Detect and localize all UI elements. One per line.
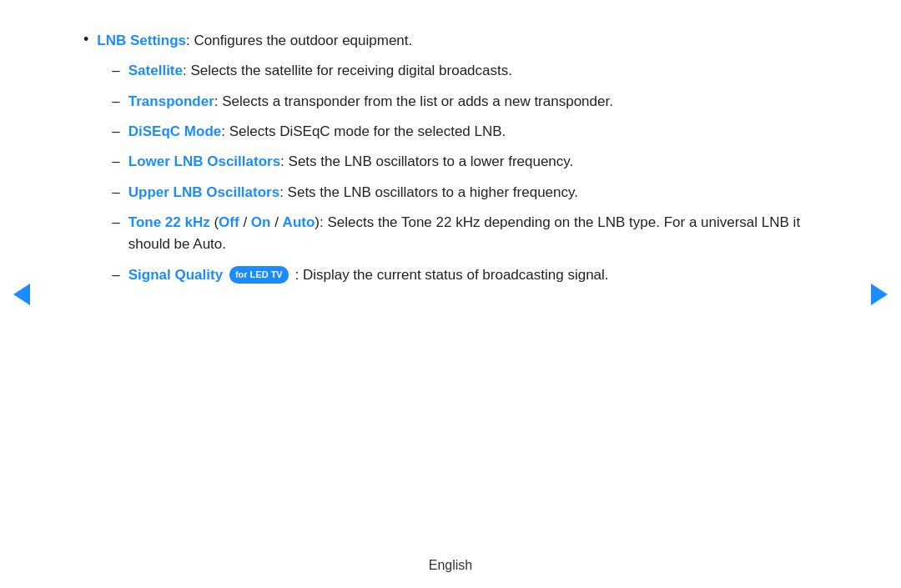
lower-lnb-term: Lower LNB Oscillators bbox=[128, 153, 280, 169]
satellite-text: Satellite: Selects the satellite for rec… bbox=[128, 60, 512, 82]
content-area: • LNB Settings: Configures the outdoor e… bbox=[0, 0, 901, 546]
main-bullet-text: LNB Settings: Configures the outdoor equ… bbox=[97, 30, 818, 294]
lower-lnb-text: Lower LNB Oscillators: Sets the LNB osci… bbox=[128, 151, 574, 173]
diseqc-desc: : Selects DiSEqC mode for the selected L… bbox=[221, 123, 506, 139]
sub-item-tone: – Tone 22 kHz (Off / On / Auto): Selects… bbox=[112, 212, 818, 256]
tone-term: Tone 22 kHz bbox=[128, 214, 210, 230]
tone-options: (Off / On / Auto): Selects the Tone 22 k… bbox=[128, 214, 800, 252]
transponder-desc: : Selects a transponder from the list or… bbox=[214, 93, 613, 109]
nav-arrow-left[interactable] bbox=[10, 283, 33, 306]
tone-text: Tone 22 kHz (Off / On / Auto): Selects t… bbox=[128, 212, 818, 256]
upper-lnb-text: Upper LNB Oscillators: Sets the LNB osci… bbox=[128, 182, 578, 204]
right-arrow-icon bbox=[871, 284, 888, 305]
lnb-settings-desc: : Configures the outdoor equipment. bbox=[186, 33, 412, 48]
page-container: • LNB Settings: Configures the outdoor e… bbox=[0, 0, 901, 588]
upper-lnb-desc: : Sets the LNB oscillators to a higher f… bbox=[279, 184, 578, 200]
diseqc-term: DiSEqC Mode bbox=[128, 123, 221, 139]
sub-item-lower-lnb: – Lower LNB Oscillators: Sets the LNB os… bbox=[112, 151, 818, 173]
sub-item-upper-lnb: – Upper LNB Oscillators: Sets the LNB os… bbox=[112, 182, 818, 204]
transponder-term: Transponder bbox=[128, 93, 214, 109]
dash-tone: – bbox=[112, 212, 119, 234]
lnb-settings-term: LNB Settings bbox=[97, 33, 186, 48]
signal-quality-text: Signal Quality for LED TV : Display the … bbox=[128, 264, 609, 286]
dash-upper-lnb: – bbox=[112, 182, 119, 204]
signal-quality-term: Signal Quality bbox=[128, 267, 223, 283]
lower-lnb-desc: : Sets the LNB oscillators to a lower fr… bbox=[280, 153, 573, 169]
led-tv-badge: for LED TV bbox=[229, 266, 289, 284]
footer-language: English bbox=[429, 558, 472, 572]
bullet-dot: • bbox=[83, 31, 88, 48]
tone-off: Off bbox=[219, 214, 239, 230]
dash-lower-lnb: – bbox=[112, 151, 119, 173]
sub-item-diseqc: – DiSEqC Mode: Selects DiSEqC mode for t… bbox=[112, 121, 818, 143]
nav-arrow-right[interactable] bbox=[868, 283, 891, 306]
transponder-text: Transponder: Selects a transponder from … bbox=[128, 91, 613, 113]
signal-quality-desc: : Display the current status of broadcas… bbox=[294, 267, 608, 283]
diseqc-text: DiSEqC Mode: Selects DiSEqC mode for the… bbox=[128, 121, 506, 143]
tone-auto: Auto bbox=[283, 214, 315, 230]
tone-on: On bbox=[251, 214, 271, 230]
sub-item-transponder: – Transponder: Selects a transponder fro… bbox=[112, 91, 818, 113]
footer: English bbox=[0, 546, 901, 588]
main-bullet-item: • LNB Settings: Configures the outdoor e… bbox=[83, 30, 818, 294]
dash-satellite: – bbox=[112, 60, 119, 82]
left-arrow-icon bbox=[13, 284, 30, 305]
dash-diseqc: – bbox=[112, 121, 119, 143]
sub-list: – Satellite: Selects the satellite for r… bbox=[112, 60, 818, 286]
satellite-term: Satellite bbox=[128, 63, 183, 78]
sub-item-signal-quality: – Signal Quality for LED TV : Display th… bbox=[112, 264, 818, 286]
upper-lnb-term: Upper LNB Oscillators bbox=[128, 184, 279, 200]
sub-item-satellite: – Satellite: Selects the satellite for r… bbox=[112, 60, 818, 82]
dash-transponder: – bbox=[112, 91, 119, 113]
satellite-desc: : Selects the satellite for receiving di… bbox=[183, 63, 512, 78]
dash-signal-quality: – bbox=[112, 264, 119, 286]
